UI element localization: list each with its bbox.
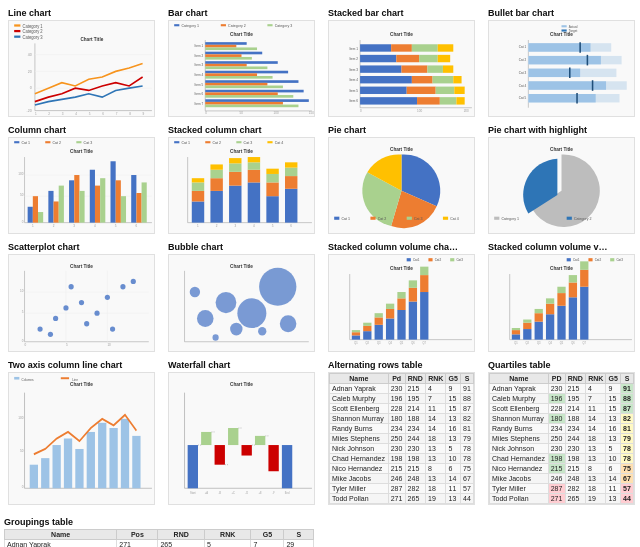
groupings-table-title: Groupings table <box>4 517 636 527</box>
svg-rect-43 <box>205 61 278 64</box>
svg-text:Item 4: Item 4 <box>195 73 204 77</box>
table-row: Scott Ellenberg228214111587 <box>490 403 634 413</box>
svg-text:Chart Title: Chart Title <box>550 148 573 153</box>
table-cell: 198 <box>565 453 585 463</box>
svg-rect-81 <box>402 65 428 72</box>
svg-rect-321 <box>569 276 577 283</box>
table-cell: 282 <box>565 483 585 493</box>
svg-rect-77 <box>419 55 438 62</box>
svg-text:Cat1: Cat1 <box>573 259 580 263</box>
svg-text:Cat 5: Cat 5 <box>519 96 527 100</box>
svg-rect-53 <box>205 86 283 89</box>
svg-text:Item 1: Item 1 <box>195 44 204 48</box>
table-cell: Nick Johnson <box>330 443 389 453</box>
q-col-pd: PD <box>548 373 565 383</box>
svg-rect-348 <box>132 435 140 487</box>
table-cell: Caleb Murphy <box>490 393 549 403</box>
table-cell: 215 <box>388 463 405 473</box>
svg-rect-278 <box>386 304 394 309</box>
g-col-g5: G5 <box>251 529 284 539</box>
table-row: Nico Hernandez2152158675 <box>330 463 474 473</box>
stacked-col-vol-2-box: Cat1 Cat2 Cat3 Chart Title <box>488 254 635 351</box>
table-row: Adnan Yaprak2302154991 <box>490 383 634 393</box>
table-cell: 6 <box>446 463 461 473</box>
quartiles-table-box: Name PD RND RNK G5 S Adnan Yaprak2302154… <box>488 372 635 505</box>
svg-rect-40 <box>205 54 241 57</box>
svg-rect-315 <box>546 299 554 304</box>
svg-text:8: 8 <box>129 112 131 116</box>
two-axis-chart-cell: Two axis column line chart Chart Title C… <box>4 356 159 509</box>
svg-rect-178 <box>192 191 204 202</box>
svg-text:Category 2: Category 2 <box>22 29 43 34</box>
svg-rect-277 <box>386 309 394 319</box>
svg-text:Category 3: Category 3 <box>22 35 43 40</box>
table-cell: 19 <box>586 493 606 503</box>
svg-point-254 <box>230 323 242 336</box>
svg-rect-258 <box>407 259 411 262</box>
svg-rect-198 <box>285 176 297 189</box>
svg-text:Cat 4: Cat 4 <box>275 142 284 146</box>
svg-text:2: 2 <box>53 224 55 228</box>
svg-rect-361 <box>268 445 278 471</box>
table-cell: 78 <box>461 453 474 463</box>
svg-rect-358 <box>228 428 238 445</box>
svg-rect-287 <box>420 267 428 275</box>
svg-rect-144 <box>59 186 64 223</box>
table-cell: 11 <box>586 403 606 413</box>
svg-rect-359 <box>242 445 252 455</box>
table-cell: 248 <box>565 473 585 483</box>
svg-rect-103 <box>562 25 567 27</box>
svg-rect-212 <box>407 217 412 220</box>
svg-text:Q3: Q3 <box>537 341 541 345</box>
scatterplot-chart-cell: Scatterplot chart Chart Title <box>4 238 159 355</box>
svg-rect-210 <box>370 217 375 220</box>
col-rnk: RNK <box>426 373 446 383</box>
table-cell: 195 <box>565 393 585 403</box>
table-cell: 7 <box>586 393 606 403</box>
svg-rect-145 <box>69 181 74 223</box>
svg-text:Chart Title: Chart Title <box>230 380 253 387</box>
table-cell: 265 <box>405 493 425 503</box>
svg-text:4: 4 <box>75 112 77 116</box>
svg-rect-356 <box>201 432 211 445</box>
table-cell: 188 <box>565 413 585 423</box>
table-cell: 8 <box>586 463 606 473</box>
svg-text:+C: +C <box>232 490 236 494</box>
svg-text:40: 40 <box>28 53 32 57</box>
svg-text:0: 0 <box>22 485 24 489</box>
table-cell: 11 <box>446 483 461 493</box>
table-cell: 9 <box>446 383 461 393</box>
quartiles-table-title: Quartiles table <box>488 360 635 370</box>
svg-rect-347 <box>121 418 129 487</box>
table-cell: 13 <box>606 493 621 503</box>
svg-rect-280 <box>397 299 405 311</box>
table-cell: 230 <box>405 443 425 453</box>
svg-point-228 <box>37 327 42 332</box>
svg-rect-4 <box>14 36 20 38</box>
table-cell: 180 <box>548 413 565 423</box>
table-cell: 271 <box>388 493 405 503</box>
table-cell: 18 <box>586 483 606 493</box>
svg-rect-92 <box>436 87 455 94</box>
svg-text:Cat3: Cat3 <box>616 259 623 263</box>
svg-rect-346 <box>109 428 117 488</box>
waterfall-chart-cell: Waterfall chart Chart Title <box>164 356 319 509</box>
table-row: Adnan Yaprak2302154991 <box>330 383 474 393</box>
svg-text:Cat 1: Cat 1 <box>519 45 527 49</box>
svg-text:Q4: Q4 <box>548 341 552 345</box>
stacked-column-chart-title: Stacked column chart <box>168 125 315 135</box>
table-cell: 5 <box>606 443 621 453</box>
table-cell: 228 <box>388 403 405 413</box>
table-cell: 4 <box>426 383 446 393</box>
svg-text:20: 20 <box>28 69 32 73</box>
table-cell: 195 <box>405 393 425 403</box>
svg-rect-279 <box>397 310 405 340</box>
svg-text:0: 0 <box>22 339 24 343</box>
svg-text:Chart Title: Chart Title <box>230 149 253 154</box>
table-cell: 18 <box>426 483 446 493</box>
table-cell: 13 <box>606 413 621 423</box>
table-cell: 81 <box>621 423 634 433</box>
table-cell: Adnan Yaprak <box>5 539 117 547</box>
table-cell: 8 <box>426 463 446 473</box>
pie-highlight-chart-box: Chart Title Category 1 Category 2 <box>488 137 635 234</box>
